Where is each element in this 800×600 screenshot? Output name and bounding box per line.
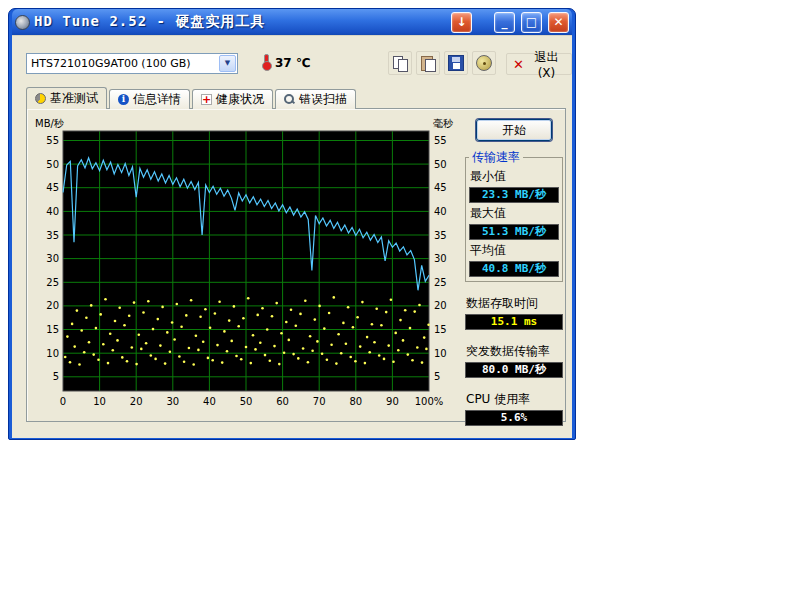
- svg-text:40: 40: [203, 396, 216, 407]
- max-value-box: 51.3 MB/秒: [469, 224, 559, 240]
- tab-info[interactable]: 信息详情: [109, 89, 190, 109]
- download-icon: ↓: [456, 15, 466, 29]
- thermometer-icon: [262, 54, 270, 71]
- svg-text:60: 60: [276, 396, 289, 407]
- svg-text:100%: 100%: [415, 396, 444, 407]
- access-time-label: 数据存取时间: [466, 295, 562, 312]
- copy-image-button[interactable]: [416, 51, 440, 75]
- svg-text:70: 70: [313, 396, 326, 407]
- benchmark-chart-area: 5555505045454040353530302525202015151010…: [33, 117, 463, 413]
- svg-text:40: 40: [46, 206, 59, 217]
- benchmark-panel: 5555505045454040353530302525202015151010…: [26, 108, 566, 422]
- health-cross-icon: [201, 94, 212, 105]
- svg-text:25: 25: [434, 277, 447, 288]
- drive-select[interactable]: HTS721010G9AT00 (100 GB) ▼: [26, 53, 238, 74]
- save-icon: [448, 55, 464, 71]
- tab-label: 信息详情: [133, 91, 181, 108]
- titlebar[interactable]: HD Tune 2.52 - 硬盘实用工具 ↓ _ □ ✕: [12, 9, 572, 35]
- maximize-button[interactable]: □: [521, 12, 542, 33]
- window-title: HD Tune 2.52 - 硬盘实用工具: [34, 13, 445, 31]
- tab-label: 基准测试: [50, 90, 98, 107]
- temperature-indicator: 37 ℃: [262, 54, 310, 71]
- copy-text-button[interactable]: [388, 51, 412, 75]
- tab-label: 健康状况: [216, 91, 264, 108]
- cpu-usage-label: CPU 使用率: [466, 391, 562, 408]
- svg-text:45: 45: [46, 182, 59, 193]
- drive-select-value: HTS721010G9AT00 (100 GB): [27, 57, 218, 70]
- burst-rate-label: 突发数据传输率: [466, 343, 562, 360]
- burst-rate-section: 突发数据传输率 80.0 MB/秒: [465, 343, 563, 378]
- minimize-button[interactable]: _: [494, 12, 515, 33]
- save-screenshot-button[interactable]: [444, 51, 468, 75]
- svg-text:20: 20: [434, 300, 447, 311]
- svg-text:40: 40: [434, 206, 447, 217]
- svg-text:50: 50: [46, 159, 59, 170]
- svg-text:30: 30: [46, 253, 59, 264]
- access-time-section: 数据存取时间 15.1 ms: [465, 295, 563, 330]
- start-button[interactable]: 开始: [476, 119, 552, 141]
- svg-text:5: 5: [434, 371, 440, 382]
- min-value-box: 23.3 MB/秒: [469, 187, 559, 203]
- tab-label: 错误扫描: [299, 91, 347, 108]
- svg-text:35: 35: [46, 230, 59, 241]
- avg-label: 平均值: [470, 242, 558, 259]
- info-icon: [118, 94, 129, 105]
- svg-text:25: 25: [46, 277, 59, 288]
- app-icon: [15, 15, 30, 30]
- svg-text:80: 80: [349, 396, 362, 407]
- svg-text:35: 35: [434, 230, 447, 241]
- minimize-icon: _: [502, 15, 508, 29]
- avg-value-box: 40.8 MB/秒: [469, 261, 559, 277]
- svg-text:15: 15: [434, 324, 447, 335]
- toolbar-icons: [388, 51, 496, 75]
- client-area: HTS721010G9AT00 (100 GB) ▼ 37 ℃ ✕ 退出(X): [12, 35, 572, 438]
- close-icon: ✕: [553, 15, 563, 29]
- svg-text:5: 5: [53, 371, 59, 382]
- hdtune-window: HD Tune 2.52 - 硬盘实用工具 ↓ _ □ ✕ HTS721010G…: [8, 8, 576, 440]
- benchmark-gauge-icon: [35, 93, 46, 104]
- transfer-rate-group: 传输速率 最小值 23.3 MB/秒 最大值 51.3 MB/秒 平均值 40.…: [465, 157, 563, 282]
- svg-text:55: 55: [46, 135, 59, 146]
- cpu-usage-value-box: 5.6%: [465, 410, 563, 426]
- magnifier-icon: [284, 94, 295, 105]
- svg-text:30: 30: [166, 396, 179, 407]
- svg-text:10: 10: [434, 348, 447, 359]
- copy-icon: [392, 55, 408, 71]
- svg-text:20: 20: [46, 300, 59, 311]
- tab-benchmark[interactable]: 基准测试: [26, 87, 107, 109]
- results-column: 开始 传输速率 最小值 23.3 MB/秒 最大值 51.3 MB/秒 平均值 …: [465, 117, 563, 426]
- max-label: 最大值: [470, 205, 558, 222]
- svg-text:毫秒: 毫秒: [433, 118, 454, 129]
- svg-text:50: 50: [434, 159, 447, 170]
- svg-text:10: 10: [46, 348, 59, 359]
- temperature-value: 37 ℃: [275, 56, 310, 70]
- maximize-icon: □: [526, 15, 537, 29]
- exit-label: 退出(X): [528, 49, 565, 80]
- exit-button[interactable]: ✕ 退出(X): [506, 53, 572, 75]
- svg-text:50: 50: [240, 396, 253, 407]
- access-time-value-box: 15.1 ms: [465, 314, 563, 330]
- options-icon: [476, 55, 492, 71]
- tab-bar: 基准测试 信息详情 健康状况 错误扫描: [26, 88, 358, 110]
- close-button[interactable]: ✕: [548, 12, 569, 33]
- clipboard-icon: [420, 55, 436, 71]
- svg-text:MB/秒: MB/秒: [35, 118, 65, 129]
- tab-error-scan[interactable]: 错误扫描: [275, 89, 356, 109]
- svg-text:55: 55: [434, 135, 447, 146]
- burst-rate-value-box: 80.0 MB/秒: [465, 362, 563, 378]
- exit-x-icon: ✕: [513, 57, 524, 72]
- svg-text:30: 30: [434, 253, 447, 264]
- tab-health[interactable]: 健康状况: [192, 89, 273, 109]
- chevron-down-icon: ▼: [219, 55, 236, 72]
- update-download-button[interactable]: ↓: [451, 12, 472, 33]
- min-label: 最小值: [470, 168, 558, 185]
- benchmark-chart: 5555505045454040353530302525202015151010…: [33, 117, 463, 413]
- options-button[interactable]: [472, 51, 496, 75]
- cpu-usage-section: CPU 使用率 5.6%: [465, 391, 563, 426]
- svg-text:45: 45: [434, 182, 447, 193]
- svg-text:20: 20: [130, 396, 143, 407]
- svg-text:0: 0: [60, 396, 66, 407]
- svg-text:90: 90: [386, 396, 399, 407]
- svg-text:10: 10: [93, 396, 106, 407]
- svg-text:15: 15: [46, 324, 59, 335]
